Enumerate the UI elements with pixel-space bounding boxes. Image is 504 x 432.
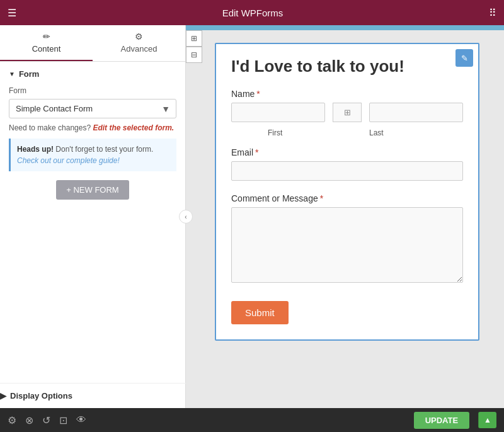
content-tab-icon: ✏ [43, 31, 50, 42]
name-divider-icon: ⊞ [333, 103, 362, 122]
first-name-input[interactable] [231, 103, 325, 122]
submit-button[interactable]: Submit [231, 301, 289, 324]
form-section-arrow: ▼ [9, 71, 15, 77]
info-box-text: Don't forget to test your form. [54, 145, 153, 154]
preview-area: ⊞ ⊟ ✎ I'd Love to talk to you! Name* ⊞ [186, 25, 504, 408]
top-bar-title: Edit WPForms [24, 8, 481, 18]
collapse-handle[interactable]: ‹ [179, 210, 193, 224]
form-section-header[interactable]: ▼ Form [9, 69, 176, 79]
first-label: First [268, 128, 362, 137]
update-arrow-button[interactable]: ▲ [478, 412, 496, 428]
form-section-title: Form [19, 69, 40, 79]
message-textarea[interactable] [231, 207, 463, 283]
advanced-tab-icon: ⚙ [135, 31, 143, 42]
preview-top-strip [186, 25, 504, 30]
comment-icon[interactable]: ⊡ [59, 414, 67, 426]
edit-pencil-button[interactable]: ✎ [455, 49, 473, 67]
name-label: Name* [231, 89, 463, 99]
bottom-bar: ⚙ ⊗ ↺ ⊡ 👁 UPDATE ▲ [0, 408, 504, 432]
form-heading: I'd Love to talk to you! [231, 57, 463, 76]
edit-note: Need to make changes? Edit the selected … [9, 123, 176, 132]
message-label: Comment or Message* [231, 193, 463, 203]
last-label: Last [369, 128, 463, 137]
sidebar-content: ▼ Form Form Simple Contact Form Newslett… [0, 62, 185, 373]
update-button[interactable]: UPDATE [414, 412, 469, 429]
tab-advanced-label: Advanced [121, 44, 158, 54]
first-name-wrapper [231, 103, 325, 122]
preview-sidebar-icons: ⊞ ⊟ [186, 30, 202, 63]
preview-icon-layout[interactable]: ⊟ [186, 47, 202, 63]
message-field-group: Comment or Message* [231, 193, 463, 287]
preview-content: ✎ I'd Love to talk to you! Name* ⊞ First… [186, 30, 504, 408]
main-layout: ✏ Content ⚙ Advanced ▼ Form Form Simple … [0, 25, 504, 408]
email-field-group: Email* [231, 147, 463, 183]
message-required-star: * [320, 193, 323, 203]
form-card: ✎ I'd Love to talk to you! Name* ⊞ First… [215, 43, 479, 341]
tabs: ✏ Content ⚙ Advanced [0, 25, 185, 62]
email-required-star: * [255, 147, 258, 157]
grid-icon[interactable]: ⠿ [489, 7, 496, 19]
email-input[interactable] [231, 161, 463, 181]
sidebar: ✏ Content ⚙ Advanced ▼ Form Form Simple … [0, 25, 186, 408]
preview-icon-move[interactable]: ⊞ [186, 30, 202, 47]
edit-form-link[interactable]: Edit the selected form. [93, 123, 174, 132]
name-required-star: * [256, 89, 260, 99]
layers-icon[interactable]: ⊗ [25, 414, 33, 426]
eye-icon[interactable]: 👁 [76, 414, 86, 426]
name-fields: ⊞ [231, 103, 463, 122]
settings-icon[interactable]: ⚙ [8, 414, 16, 426]
tab-advanced[interactable]: ⚙ Advanced [93, 25, 185, 61]
hamburger-icon[interactable]: ☰ [8, 7, 16, 19]
history-icon[interactable]: ↺ [42, 414, 50, 426]
tab-content-label: Content [32, 44, 61, 54]
form-select[interactable]: Simple Contact Form Newsletter Signup Or… [9, 99, 176, 118]
display-options-arrow: ▶ [0, 391, 6, 401]
email-label: Email* [231, 147, 463, 157]
display-options-title: Display Options [10, 391, 72, 401]
name-field-group: Name* ⊞ First Last [231, 89, 463, 137]
top-bar: ☰ Edit WPForms ⠿ [0, 0, 504, 25]
new-form-button[interactable]: + NEW FORM [56, 180, 129, 200]
info-box-link[interactable]: Check out our complete guide! [17, 156, 120, 165]
last-name-wrapper2 [369, 103, 463, 122]
info-box: Heads up! Don't forget to test your form… [9, 139, 176, 171]
display-options-header[interactable]: ▶ Display Options [0, 383, 194, 408]
last-name-input2[interactable] [369, 103, 463, 122]
form-select-wrapper: Simple Contact Form Newsletter Signup Or… [9, 99, 176, 118]
info-box-bold: Heads up! [17, 145, 54, 154]
form-field-label: Form [9, 86, 176, 95]
tab-content[interactable]: ✏ Content [0, 25, 93, 61]
